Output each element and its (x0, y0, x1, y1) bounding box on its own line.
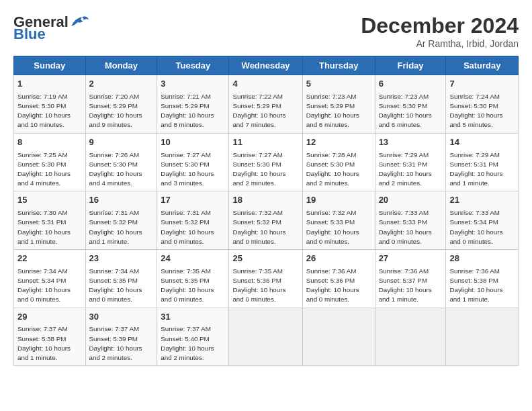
day-number: 28 (449, 253, 515, 265)
day-number: 10 (161, 136, 225, 149)
day-info: Sunrise: 7:29 AM Sunset: 5:31 PM Dayligh… (379, 150, 443, 189)
calendar-cell: 5Sunrise: 7:23 AM Sunset: 5:29 PM Daylig… (302, 75, 375, 134)
calendar-cell: 27Sunrise: 7:36 AM Sunset: 5:37 PM Dayli… (375, 249, 446, 308)
day-number: 17 (161, 194, 225, 207)
calendar-cell: 25Sunrise: 7:35 AM Sunset: 5:36 PM Dayli… (229, 249, 302, 308)
day-info: Sunrise: 7:35 AM Sunset: 5:36 PM Dayligh… (232, 267, 298, 305)
day-number: 22 (17, 253, 82, 265)
day-number: 2 (89, 78, 154, 91)
day-info: Sunrise: 7:33 AM Sunset: 5:33 PM Dayligh… (379, 208, 443, 246)
calendar-cell: 10Sunrise: 7:27 AM Sunset: 5:30 PM Dayli… (157, 133, 229, 191)
day-number: 29 (17, 311, 82, 324)
day-number: 13 (379, 136, 443, 149)
day-number: 12 (306, 136, 371, 149)
day-info: Sunrise: 7:37 AM Sunset: 5:39 PM Dayligh… (89, 324, 154, 363)
calendar-cell: 2Sunrise: 7:20 AM Sunset: 5:29 PM Daylig… (85, 75, 157, 134)
calendar-week-5: 29Sunrise: 7:37 AM Sunset: 5:38 PM Dayli… (14, 308, 519, 366)
calendar-cell: 6Sunrise: 7:23 AM Sunset: 5:30 PM Daylig… (375, 75, 446, 134)
day-info: Sunrise: 7:35 AM Sunset: 5:35 PM Dayligh… (161, 267, 225, 305)
day-number: 15 (17, 194, 82, 207)
logo-blue: Blue (13, 26, 46, 43)
col-header-monday: Monday (85, 56, 157, 75)
day-info: Sunrise: 7:23 AM Sunset: 5:29 PM Dayligh… (306, 92, 371, 130)
day-info: Sunrise: 7:23 AM Sunset: 5:30 PM Dayligh… (379, 92, 443, 130)
calendar-week-2: 8Sunrise: 7:25 AM Sunset: 5:30 PM Daylig… (14, 133, 519, 191)
day-info: Sunrise: 7:21 AM Sunset: 5:29 PM Dayligh… (161, 92, 225, 130)
calendar-cell: 14Sunrise: 7:29 AM Sunset: 5:31 PM Dayli… (446, 133, 519, 191)
calendar-cell: 8Sunrise: 7:25 AM Sunset: 5:30 PM Daylig… (14, 133, 86, 191)
col-header-friday: Friday (375, 56, 446, 75)
day-info: Sunrise: 7:34 AM Sunset: 5:35 PM Dayligh… (89, 267, 154, 305)
col-header-saturday: Saturday (446, 56, 519, 75)
day-info: Sunrise: 7:36 AM Sunset: 5:37 PM Dayligh… (379, 267, 443, 305)
day-number: 18 (232, 194, 298, 207)
day-number: 3 (161, 78, 225, 91)
calendar-cell: 28Sunrise: 7:36 AM Sunset: 5:38 PM Dayli… (446, 249, 519, 308)
day-number: 8 (17, 136, 82, 149)
calendar-table: SundayMondayTuesdayWednesdayThursdayFrid… (13, 56, 519, 366)
day-info: Sunrise: 7:20 AM Sunset: 5:29 PM Dayligh… (89, 92, 154, 130)
day-number: 1 (17, 78, 82, 91)
day-info: Sunrise: 7:22 AM Sunset: 5:29 PM Dayligh… (232, 92, 298, 130)
day-number: 20 (379, 194, 443, 207)
day-number: 9 (89, 136, 154, 149)
calendar-cell: 31Sunrise: 7:37 AM Sunset: 5:40 PM Dayli… (157, 308, 229, 366)
header-row: SundayMondayTuesdayWednesdayThursdayFrid… (14, 56, 519, 75)
day-info: Sunrise: 7:31 AM Sunset: 5:32 PM Dayligh… (161, 208, 225, 246)
calendar-cell: 1Sunrise: 7:19 AM Sunset: 5:30 PM Daylig… (14, 75, 86, 134)
day-info: Sunrise: 7:37 AM Sunset: 5:38 PM Dayligh… (17, 324, 82, 363)
logo-bird-icon (69, 14, 90, 30)
calendar-cell: 30Sunrise: 7:37 AM Sunset: 5:39 PM Dayli… (85, 308, 157, 366)
day-number: 14 (449, 136, 515, 149)
day-info: Sunrise: 7:33 AM Sunset: 5:34 PM Dayligh… (449, 208, 515, 246)
calendar-cell: 12Sunrise: 7:28 AM Sunset: 5:30 PM Dayli… (302, 133, 375, 191)
month-title: December 2024 (361, 13, 519, 38)
day-number: 16 (89, 194, 154, 207)
calendar-cell: 7Sunrise: 7:24 AM Sunset: 5:30 PM Daylig… (446, 75, 519, 134)
day-info: Sunrise: 7:36 AM Sunset: 5:36 PM Dayligh… (306, 267, 371, 305)
day-number: 25 (232, 253, 298, 265)
calendar-cell (375, 308, 446, 366)
calendar-cell: 24Sunrise: 7:35 AM Sunset: 5:35 PM Dayli… (157, 249, 229, 308)
col-header-wednesday: Wednesday (229, 56, 302, 75)
day-number: 21 (449, 194, 515, 207)
day-info: Sunrise: 7:37 AM Sunset: 5:40 PM Dayligh… (161, 324, 225, 363)
calendar-cell: 17Sunrise: 7:31 AM Sunset: 5:32 PM Dayli… (157, 191, 229, 250)
title-block: December 2024 Ar Ramtha, Irbid, Jordan (361, 13, 519, 49)
day-number: 30 (89, 311, 154, 324)
day-info: Sunrise: 7:25 AM Sunset: 5:30 PM Dayligh… (17, 150, 82, 189)
day-number: 23 (89, 253, 154, 265)
calendar-cell (446, 308, 519, 366)
calendar-cell: 9Sunrise: 7:26 AM Sunset: 5:30 PM Daylig… (85, 133, 157, 191)
calendar-cell (229, 308, 302, 366)
calendar-cell: 26Sunrise: 7:36 AM Sunset: 5:36 PM Dayli… (302, 249, 375, 308)
day-info: Sunrise: 7:27 AM Sunset: 5:30 PM Dayligh… (232, 150, 298, 189)
calendar-week-3: 15Sunrise: 7:30 AM Sunset: 5:31 PM Dayli… (14, 191, 519, 250)
day-info: Sunrise: 7:28 AM Sunset: 5:30 PM Dayligh… (306, 150, 371, 189)
day-info: Sunrise: 7:36 AM Sunset: 5:38 PM Dayligh… (449, 267, 515, 305)
day-info: Sunrise: 7:27 AM Sunset: 5:30 PM Dayligh… (161, 150, 225, 189)
day-number: 7 (449, 78, 515, 91)
day-info: Sunrise: 7:30 AM Sunset: 5:31 PM Dayligh… (17, 208, 82, 246)
calendar-cell: 18Sunrise: 7:32 AM Sunset: 5:32 PM Dayli… (229, 191, 302, 250)
day-info: Sunrise: 7:32 AM Sunset: 5:33 PM Dayligh… (306, 208, 371, 246)
calendar-cell: 21Sunrise: 7:33 AM Sunset: 5:34 PM Dayli… (446, 191, 519, 250)
day-info: Sunrise: 7:19 AM Sunset: 5:30 PM Dayligh… (17, 92, 82, 130)
calendar-cell: 20Sunrise: 7:33 AM Sunset: 5:33 PM Dayli… (375, 191, 446, 250)
day-info: Sunrise: 7:29 AM Sunset: 5:31 PM Dayligh… (449, 150, 515, 189)
calendar-week-1: 1Sunrise: 7:19 AM Sunset: 5:30 PM Daylig… (14, 75, 519, 134)
logo: General Blue (13, 13, 90, 43)
calendar-cell: 4Sunrise: 7:22 AM Sunset: 5:29 PM Daylig… (229, 75, 302, 134)
day-number: 5 (306, 78, 371, 91)
col-header-tuesday: Tuesday (157, 56, 229, 75)
day-number: 6 (379, 78, 443, 91)
calendar-cell: 15Sunrise: 7:30 AM Sunset: 5:31 PM Dayli… (14, 191, 86, 250)
day-number: 31 (161, 311, 225, 324)
day-info: Sunrise: 7:31 AM Sunset: 5:32 PM Dayligh… (89, 208, 154, 246)
calendar-cell: 11Sunrise: 7:27 AM Sunset: 5:30 PM Dayli… (229, 133, 302, 191)
day-number: 24 (161, 253, 225, 265)
calendar-cell: 13Sunrise: 7:29 AM Sunset: 5:31 PM Dayli… (375, 133, 446, 191)
calendar-cell: 23Sunrise: 7:34 AM Sunset: 5:35 PM Dayli… (85, 249, 157, 308)
col-header-sunday: Sunday (14, 56, 86, 75)
day-info: Sunrise: 7:32 AM Sunset: 5:32 PM Dayligh… (232, 208, 298, 246)
